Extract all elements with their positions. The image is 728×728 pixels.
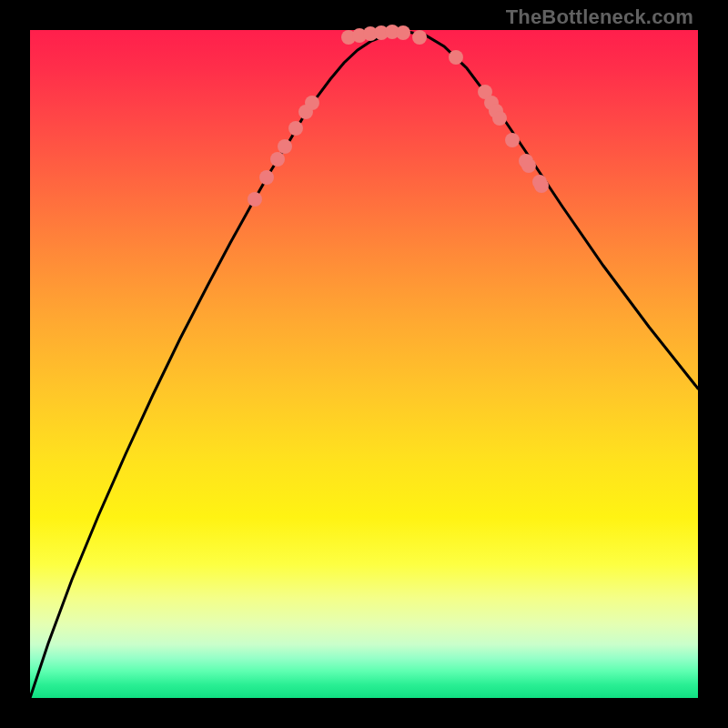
curve-marker bbox=[270, 152, 285, 167]
curve-marker bbox=[396, 25, 410, 40]
curve-marker bbox=[248, 192, 262, 207]
curve-marker bbox=[521, 158, 536, 173]
bottleneck-curve bbox=[30, 32, 698, 698]
curve-markers bbox=[248, 25, 549, 207]
curve-marker bbox=[278, 139, 292, 154]
curve-marker bbox=[534, 178, 549, 193]
curve-marker bbox=[412, 30, 427, 45]
chart-svg bbox=[30, 30, 698, 698]
curve-marker bbox=[449, 50, 463, 65]
chart-frame: TheBottleneck.com bbox=[0, 0, 728, 728]
watermark-text: TheBottleneck.com bbox=[506, 5, 693, 29]
curve-marker bbox=[305, 96, 319, 110]
curve-marker bbox=[492, 111, 507, 126]
plot-area bbox=[30, 30, 698, 698]
curve-marker bbox=[259, 170, 274, 185]
curve-marker bbox=[288, 121, 303, 136]
curve-marker bbox=[505, 133, 520, 147]
